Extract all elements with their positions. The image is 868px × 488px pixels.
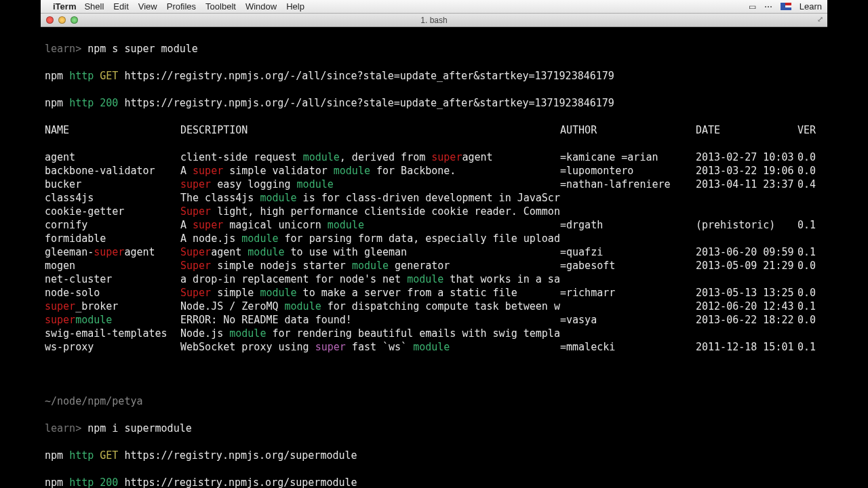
menu-shell[interactable]: Shell: [84, 1, 104, 12]
display-icon[interactable]: ▭: [749, 2, 756, 12]
table-row: cornifyA super magical unicorn module=dr…: [45, 218, 823, 232]
npm-http-200: npm http 200 https://registry.npmjs.org/…: [45, 96, 823, 110]
table-row: ws-proxyWebSocket proxy using super fast…: [45, 340, 823, 354]
menu-help[interactable]: Help: [286, 1, 304, 12]
table-row: class4jsThe class4js module is for class…: [45, 191, 823, 205]
menu-edit[interactable]: Edit: [113, 1, 128, 12]
npm-http-get: npm http GET https://registry.npmjs.org/…: [45, 69, 823, 83]
table-row: node-soloSuper simple module to make a s…: [45, 286, 823, 300]
prompt-line: learn> npm s super module: [45, 42, 823, 56]
table-row: supermoduleERROR: No README data found!=…: [45, 313, 823, 327]
window-titlebar: 1. bash ⤢: [41, 14, 827, 27]
terminal[interactable]: learn> npm s super module npm http GET h…: [41, 27, 827, 488]
flag-icon[interactable]: [781, 3, 791, 10]
table-row: backbone-validatorA super simple validat…: [45, 164, 823, 178]
menu-toolbelt[interactable]: Toolbelt: [205, 1, 236, 12]
menu-view[interactable]: View: [138, 1, 157, 12]
table-row: agentclient-side request module, derived…: [45, 150, 823, 164]
traffic-lights: [46, 16, 78, 24]
table-row: cookie-getterSuper light, high performan…: [45, 205, 823, 218]
col-ver: VER: [797, 123, 825, 137]
close-icon[interactable]: [46, 16, 54, 24]
col-name: NAME: [45, 123, 180, 137]
table-row: swig-email-templatesNode.js module for r…: [45, 327, 823, 340]
menu-learn[interactable]: Learn: [800, 1, 822, 12]
search-table-header: NAME DESCRIPTION AUTHOR DATE VER: [45, 123, 823, 137]
macos-menubar: iTerm Shell Edit View Profiles Toolbelt …: [41, 0, 827, 14]
table-row: buckersuper easy logging module=nathan-l…: [45, 178, 823, 191]
app-name[interactable]: iTerm: [53, 1, 76, 12]
col-desc: DESCRIPTION: [180, 123, 560, 137]
minimize-icon[interactable]: [58, 16, 66, 24]
expand-icon[interactable]: ⤢: [817, 15, 823, 24]
cwd: ~/node/npm/petya: [45, 394, 823, 408]
menu-window[interactable]: Window: [245, 1, 277, 12]
table-row: net-clustera drop-in replacement for nod…: [45, 272, 823, 286]
zoom-icon[interactable]: [71, 16, 78, 24]
table-row: formidableA node.js module for parsing f…: [45, 232, 823, 245]
table-row: super_brokerNode.JS / ZeroMQ module for …: [45, 300, 823, 313]
search-table-body: agentclient-side request module, derived…: [45, 150, 823, 354]
overflow-icon[interactable]: ⋯: [764, 2, 772, 12]
col-date: DATE: [696, 123, 797, 137]
menu-profiles[interactable]: Profiles: [167, 1, 196, 12]
prompt-line: learn> npm i supermodule: [45, 422, 823, 435]
table-row: mogenSuper simple nodejs starter module …: [45, 259, 823, 272]
col-author: AUTHOR: [560, 123, 696, 137]
window-title: 1. bash: [420, 16, 447, 25]
table-row: gleeman-superagentSuperagent module to u…: [45, 245, 823, 259]
